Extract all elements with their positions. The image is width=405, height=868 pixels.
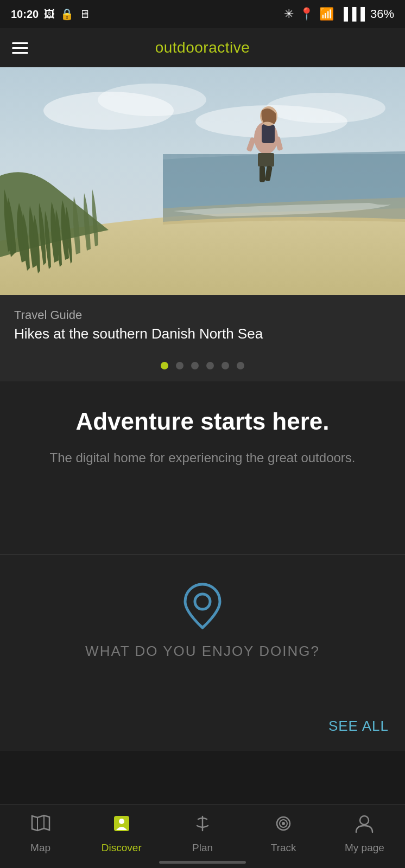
nav-label-mypage: My page [345, 842, 384, 854]
nav-indicator [159, 861, 246, 864]
card-section: Travel Guide Hikes at the southern Danis… [0, 295, 405, 352]
nav-label-plan: Plan [192, 842, 213, 854]
discover-icon [112, 814, 131, 838]
nav-item-discover[interactable]: Discover [81, 805, 162, 868]
see-all-button[interactable]: SEE ALL [328, 718, 389, 735]
svg-point-21 [282, 822, 285, 825]
svg-point-2 [98, 84, 206, 116]
location-icon: 📍 [299, 7, 314, 21]
nav-item-map[interactable]: Map [0, 805, 81, 868]
lock-icon: 🔒 [60, 8, 74, 21]
dot-3[interactable] [191, 362, 199, 369]
wifi-icon: 📶 [319, 7, 334, 21]
svg-rect-9 [258, 153, 274, 167]
see-all-row: SEE ALL [0, 707, 405, 751]
app-title: outdooractive [155, 39, 250, 56]
dot-4[interactable] [206, 362, 214, 369]
nav-label-track: Track [271, 842, 296, 854]
app-header: outdooractive [0, 28, 405, 67]
track-icon [273, 814, 294, 838]
dot-5[interactable] [222, 362, 229, 369]
status-left: 10:20 🖼 🔒 🖥 [11, 8, 90, 21]
adventure-title: Adventure starts here. [16, 407, 389, 436]
location-pin-icon [183, 582, 222, 632]
bluetooth-icon: ✳ [284, 7, 294, 21]
gallery-icon: 🖼 [44, 8, 55, 21]
plan-icon [193, 814, 212, 838]
nav-item-plan[interactable]: Plan [162, 805, 243, 868]
status-right-icons: ✳ 📍 📶 ▐▐▐ 36% [284, 7, 394, 21]
mypage-icon [354, 814, 375, 838]
signal-icon: ▐▐▐ [339, 7, 365, 21]
adventure-subtitle: The digital home for experiencing the gr… [16, 448, 389, 468]
carousel-dots [0, 352, 405, 381]
svg-point-22 [360, 816, 369, 825]
menu-button[interactable] [12, 42, 28, 54]
hero-image [0, 67, 405, 295]
map-icon [30, 814, 52, 838]
status-bar: 10:20 🖼 🔒 🖥 ✳ 📍 📶 ▐▐▐ 36% [0, 0, 405, 28]
dot-1[interactable] [161, 362, 168, 369]
card-label: Travel Guide [14, 308, 391, 322]
nav-label-map: Map [30, 842, 50, 854]
nav-item-mypage[interactable]: My page [324, 805, 405, 868]
svg-point-18 [119, 819, 124, 824]
dot-6[interactable] [237, 362, 244, 369]
nav-label-discover: Discover [102, 842, 142, 854]
svg-rect-7 [262, 124, 275, 143]
dot-2[interactable] [176, 362, 183, 369]
enjoy-title: WHAT DO YOU ENJOY DOING? [85, 643, 320, 660]
status-time: 10:20 [11, 8, 39, 21]
nav-item-track[interactable]: Track [243, 805, 324, 868]
battery-level: 36% [370, 7, 394, 21]
svg-point-14 [195, 594, 210, 609]
adventure-section: Adventure starts here. The digital home … [0, 381, 405, 489]
screen-icon: 🖥 [79, 8, 90, 21]
svg-rect-10 [260, 166, 265, 182]
spacer [0, 489, 405, 554]
enjoy-section: WHAT DO YOU ENJOY DOING? [0, 555, 405, 707]
card-title: Hikes at the southern Danish North Sea [14, 326, 391, 342]
bottom-nav: Map Discover Plan [0, 804, 405, 868]
svg-point-4 [266, 93, 385, 123]
